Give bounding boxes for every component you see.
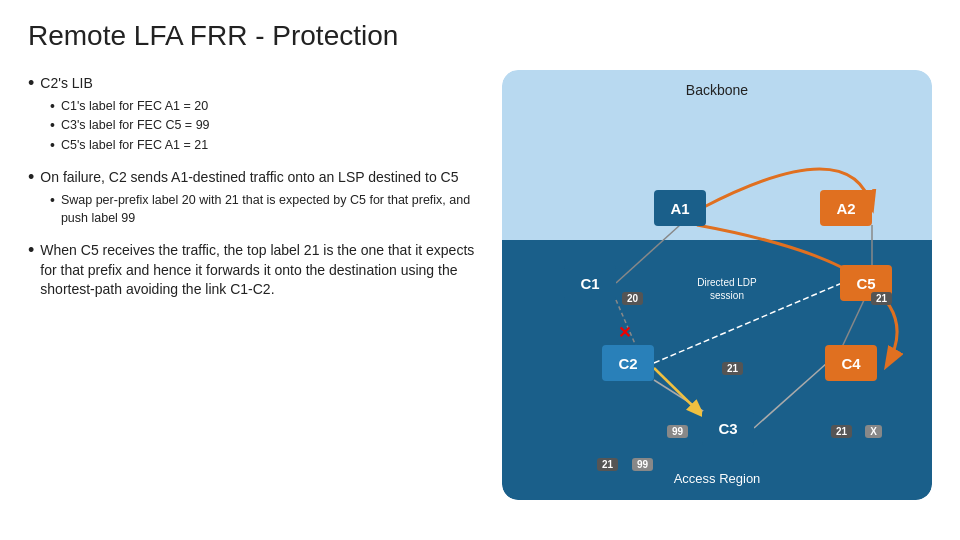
page: Remote LFA FRR - Protection C2's LIB C1'…: [0, 0, 960, 540]
badge-99: 99: [667, 425, 688, 438]
badge-21-c5: 21: [871, 292, 892, 305]
badge-20: 20: [622, 292, 643, 305]
node-c3: C3: [702, 410, 754, 446]
badge-21-c2c4: 21: [722, 362, 743, 375]
page-title: Remote LFA FRR - Protection: [28, 20, 932, 52]
bullet-main-c5-receives: When C5 receives the traffic, the top la…: [28, 241, 482, 300]
bullet-sub-c3: C3's label for FEC C5 = 99: [50, 117, 482, 135]
diagram-container: Backbone Access Region: [502, 70, 932, 500]
node-a2: A2: [820, 190, 872, 226]
bullet-sub-c1: C1's label for FEC A1 = 20: [50, 98, 482, 116]
node-c4: C4: [825, 345, 877, 381]
badge-21-c3: 21: [831, 425, 852, 438]
content-area: C2's LIB C1's label for FEC A1 = 20 C3's…: [28, 70, 932, 520]
svg-text:✕: ✕: [618, 324, 631, 341]
node-a1: A1: [654, 190, 706, 226]
bullet-main-failure: On failure, C2 sends A1-destined traffic…: [28, 168, 482, 188]
node-c2: C2: [602, 345, 654, 381]
c1-label-text: C1's label for FEC A1 = 20: [61, 98, 208, 116]
failure-main-text: On failure, C2 sends A1-destined traffic…: [40, 168, 458, 188]
svg-line-0: [616, 225, 680, 283]
section-c5-receives: When C5 receives the traffic, the top la…: [28, 241, 482, 304]
svg-line-3: [754, 363, 827, 428]
swap-text: Swap per-prefix label 20 with 21 that is…: [61, 192, 482, 227]
svg-line-6: [654, 283, 842, 363]
bullet-main-lib: C2's LIB: [28, 74, 482, 94]
lib-main-text: C2's LIB: [40, 74, 92, 94]
node-c1: C1: [564, 265, 616, 301]
bullet-sub-c5: C5's label for FEC A1 = 21: [50, 137, 482, 155]
right-panel: Backbone Access Region: [502, 70, 932, 520]
badge-99-bottom: 99: [632, 458, 653, 471]
c5-label-text: C5's label for FEC A1 = 21: [61, 137, 208, 155]
c3-label-text: C3's label for FEC C5 = 99: [61, 117, 210, 135]
badge-21-bottom: 21: [597, 458, 618, 471]
badge-x: X: [865, 425, 882, 438]
bullet-sub-swap: Swap per-prefix label 20 with 21 that is…: [50, 192, 482, 227]
section-failure: On failure, C2 sends A1-destined traffic…: [28, 168, 482, 227]
section-lib: C2's LIB C1's label for FEC A1 = 20 C3's…: [28, 74, 482, 154]
left-panel: C2's LIB C1's label for FEC A1 = 20 C3's…: [28, 70, 482, 520]
c5-receives-text: When C5 receives the traffic, the top la…: [40, 241, 482, 300]
